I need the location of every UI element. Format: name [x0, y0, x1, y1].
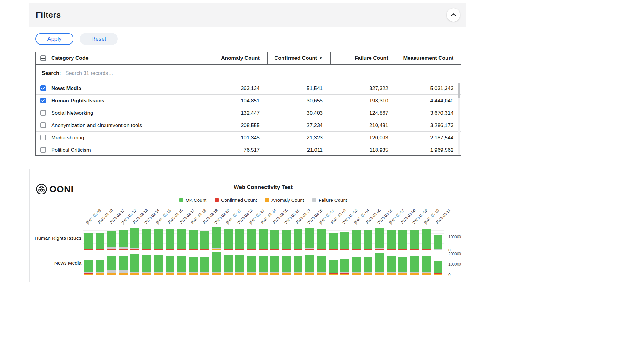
stacked-bar[interactable] — [364, 257, 372, 275]
measurement-cell: 1,969,562 — [396, 147, 461, 153]
stacked-bar[interactable] — [259, 229, 268, 250]
x-axis-tick — [333, 221, 333, 225]
stacked-bar[interactable] — [387, 230, 396, 250]
reset-button[interactable]: Reset — [80, 33, 118, 45]
bar-segment — [422, 250, 431, 250]
stacked-bar[interactable] — [375, 253, 384, 275]
column-header-measurement[interactable]: Measurement Count — [396, 52, 461, 64]
stacked-bar[interactable] — [235, 229, 244, 250]
y-axis-tick — [445, 254, 447, 254]
stacked-bar[interactable] — [130, 254, 139, 275]
bar-segment — [189, 250, 198, 250]
table-row[interactable]: Social Networking132,44730,403124,8673,6… — [36, 107, 461, 119]
stacked-bar[interactable] — [119, 256, 128, 275]
search-input[interactable] — [65, 70, 230, 77]
stacked-bar[interactable] — [166, 229, 174, 250]
stacked-bar[interactable] — [212, 252, 221, 275]
stacked-bar[interactable] — [352, 230, 361, 250]
stacked-bar[interactable] — [305, 255, 314, 275]
stacked-bar[interactable] — [247, 256, 256, 275]
stacked-bar[interactable] — [422, 256, 431, 275]
stacked-bar[interactable] — [259, 256, 268, 275]
stacked-bar[interactable] — [294, 256, 302, 275]
stacked-bar[interactable] — [352, 257, 361, 275]
column-header-failure[interactable]: Failure Count — [330, 52, 396, 64]
stacked-bar[interactable] — [340, 232, 349, 250]
stacked-bar[interactable] — [410, 230, 419, 250]
bar-segment — [224, 255, 233, 272]
table-scrollbar-thumb[interactable] — [458, 83, 460, 98]
column-header-confirmed[interactable]: Confirmed Count ▼ — [267, 52, 330, 64]
stacked-bar[interactable] — [154, 255, 163, 275]
stacked-bar[interactable] — [166, 256, 174, 275]
row-checkbox-checked[interactable] — [40, 98, 46, 103]
table-scrollbar[interactable] — [458, 83, 460, 155]
row-checkbox-unchecked[interactable] — [40, 110, 46, 116]
table-row[interactable]: News Media363,13451,541327,3225,031,343 — [36, 82, 461, 95]
row-checkbox-checked[interactable] — [40, 85, 46, 91]
bar-segment — [84, 250, 93, 250]
stacked-bar[interactable] — [305, 228, 314, 250]
stacked-bar[interactable] — [410, 256, 419, 275]
bar-segment — [212, 252, 221, 272]
bar-segment — [130, 228, 139, 249]
table-row[interactable]: Human Rights Issues104,85130,655198,3104… — [36, 95, 461, 107]
stacked-bar[interactable] — [177, 256, 186, 275]
stacked-bar[interactable] — [119, 230, 128, 250]
stacked-bar[interactable] — [84, 260, 93, 275]
table-row[interactable]: Political Criticism76,51721,011118,9351,… — [36, 144, 461, 155]
stacked-bar[interactable] — [224, 229, 233, 250]
select-all-checkbox[interactable] — [40, 55, 46, 61]
stacked-bar[interactable] — [142, 255, 151, 275]
stacked-bar[interactable] — [340, 259, 349, 275]
table-row[interactable]: Anonymization and circumvention tools208… — [36, 119, 461, 132]
column-header-category[interactable]: Category Code — [50, 52, 203, 64]
stacked-bar[interactable] — [398, 257, 407, 275]
stacked-bar[interactable] — [96, 260, 104, 275]
stacked-bar[interactable] — [375, 228, 384, 250]
bar-segment — [235, 273, 244, 275]
stacked-bar[interactable] — [294, 229, 302, 250]
bar-segment — [177, 256, 186, 272]
stacked-bar[interactable] — [200, 257, 209, 275]
stacked-bar[interactable] — [154, 229, 163, 250]
stacked-bar[interactable] — [317, 229, 326, 250]
stacked-bar[interactable] — [364, 230, 372, 250]
stacked-bar[interactable] — [189, 230, 198, 250]
stacked-bar[interactable] — [142, 229, 151, 250]
gridline — [83, 227, 444, 227]
stacked-bar[interactable] — [247, 229, 256, 250]
stacked-bar[interactable] — [317, 256, 326, 275]
stacked-bar[interactable] — [224, 255, 233, 275]
stacked-bar[interactable] — [107, 231, 116, 250]
collapse-filters-button[interactable] — [447, 8, 460, 22]
stacked-bar[interactable] — [422, 229, 431, 250]
stacked-bar[interactable] — [177, 229, 186, 250]
stacked-bar[interactable] — [387, 256, 396, 275]
column-header-anomaly[interactable]: Anomaly Count — [203, 52, 267, 64]
stacked-bar[interactable] — [212, 227, 221, 250]
stacked-bar[interactable] — [84, 233, 93, 250]
stacked-bar[interactable] — [235, 255, 244, 275]
stacked-bar[interactable] — [200, 231, 209, 250]
stacked-bar[interactable] — [270, 230, 279, 250]
row-checkbox-unchecked[interactable] — [40, 147, 46, 153]
stacked-bar[interactable] — [434, 261, 442, 275]
apply-button[interactable]: Apply — [35, 33, 73, 45]
table-row[interactable]: Media sharing101,34521,323120,0932,187,5… — [36, 132, 461, 144]
stacked-bar[interactable] — [189, 257, 198, 275]
bar-segment — [177, 273, 186, 275]
stacked-bar[interactable] — [270, 256, 279, 275]
stacked-bar[interactable] — [107, 256, 116, 275]
stacked-bar[interactable] — [329, 260, 338, 275]
bar-segment — [422, 229, 431, 249]
row-checkbox-unchecked[interactable] — [40, 135, 46, 140]
stacked-bar[interactable] — [282, 256, 291, 275]
stacked-bar[interactable] — [130, 228, 139, 250]
stacked-bar[interactable] — [329, 233, 338, 250]
stacked-bar[interactable] — [398, 230, 407, 250]
stacked-bar[interactable] — [96, 233, 104, 250]
stacked-bar[interactable] — [434, 235, 442, 250]
stacked-bar[interactable] — [282, 230, 291, 250]
row-checkbox-unchecked[interactable] — [40, 122, 46, 128]
